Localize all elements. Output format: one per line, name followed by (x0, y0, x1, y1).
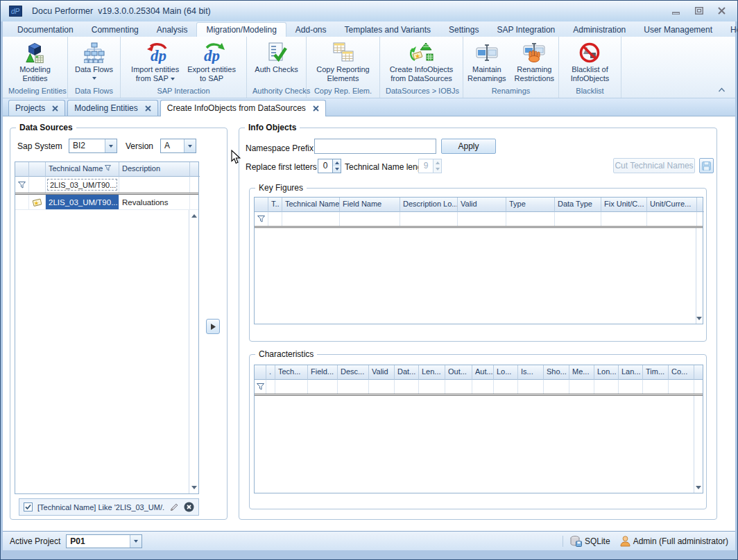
menu-tab-user-management[interactable]: User Management (635, 23, 721, 37)
filter-cell-technical-name[interactable]: 2LIS_03_UM/T90... (46, 177, 119, 193)
menu-tab-settings[interactable]: Settings (440, 23, 488, 37)
spin-down-button[interactable] (333, 166, 341, 173)
column-header[interactable]: Lan... (619, 365, 643, 380)
column-header[interactable]: Tech... (275, 365, 308, 380)
filter-cell[interactable] (395, 380, 419, 394)
technical-name-cell[interactable]: 2LIS_03_UM/T90... (46, 195, 119, 209)
column-header[interactable]: T.. (268, 198, 282, 212)
minimize-button[interactable] (671, 7, 680, 15)
column-header[interactable]: Type (506, 198, 555, 212)
scroll-down-button[interactable] (190, 484, 198, 491)
menu-tab-commenting[interactable]: Commenting (83, 23, 148, 37)
menu-tab-help[interactable]: Help (721, 23, 738, 37)
filter-cell[interactable] (340, 212, 400, 226)
auth-checks-button[interactable]: Auth Checks (250, 39, 302, 86)
active-project-combobox[interactable]: P01 (66, 534, 142, 548)
column-header[interactable]: Me... (569, 365, 594, 380)
close-tab-icon[interactable] (313, 105, 319, 112)
filter-cell[interactable] (275, 380, 308, 394)
table-row[interactable]: ★ 2LIS_03_UM/T90... Revaluations (15, 195, 198, 210)
save-button[interactable] (699, 158, 714, 173)
filter-cell[interactable] (419, 380, 445, 394)
description-cell[interactable]: Revaluations (119, 195, 190, 209)
create-infoobjects-button[interactable]: ★ Create InfoObjects from DataSources (386, 39, 458, 86)
version-combobox[interactable]: A (160, 139, 196, 153)
filter-cell[interactable] (268, 212, 282, 226)
menu-tab-documentation[interactable]: Documentation (8, 23, 83, 37)
maximize-button[interactable] (694, 7, 703, 15)
close-tab-icon[interactable] (52, 105, 58, 112)
modeling-entities-button[interactable]: Modeling Entities (15, 39, 55, 86)
menu-tab-add-ons[interactable]: Add-ons (286, 23, 336, 37)
column-header[interactable]: Tim... (643, 365, 669, 380)
column-header[interactable]: Sho... (544, 365, 569, 380)
column-header[interactable]: Desc... (338, 365, 369, 380)
dropdown-button[interactable] (130, 535, 141, 548)
dropdown-button[interactable] (105, 139, 117, 152)
doc-tab-create-infoobjects[interactable]: Create InfoObjects from DataSources (160, 100, 326, 116)
menu-tab-templates-and-variants[interactable]: Templates and Variants (336, 23, 440, 37)
column-header[interactable]: Len... (419, 365, 445, 380)
column-header[interactable]: Unit/Curre... (647, 198, 697, 212)
doc-tab-projects[interactable]: Projects (8, 100, 65, 116)
clear-filter-icon[interactable] (184, 502, 194, 512)
column-header[interactable]: Data Type (555, 198, 601, 212)
column-header[interactable]: Co... (669, 365, 694, 380)
column-header[interactable]: Aut... (472, 365, 494, 380)
close-button[interactable] (717, 7, 726, 15)
namespace-prefix-input[interactable] (314, 139, 436, 154)
column-header[interactable]: Lo... (494, 365, 518, 380)
scroll-down-button[interactable] (694, 484, 702, 491)
menu-tab-sap-integration[interactable]: SAP Integration (488, 23, 564, 37)
title-bar[interactable]: dP Docu Performer v19.3.0.0.25304 Main (… (1, 1, 737, 21)
filter-cell[interactable] (308, 380, 338, 394)
filter-cell[interactable] (619, 380, 643, 394)
column-header[interactable]: Fix Unit/C... (601, 198, 647, 212)
filter-cell[interactable] (669, 380, 694, 394)
collapse-ribbon-button[interactable] (718, 85, 726, 94)
filter-cell[interactable] (338, 380, 369, 394)
column-header[interactable]: Dat... (395, 365, 419, 380)
maintain-renamings-button[interactable]: Maintain Renamings (463, 39, 510, 86)
filter-cell[interactable] (506, 212, 555, 226)
column-header-description[interactable]: Description (119, 162, 190, 177)
filter-cell[interactable] (569, 380, 594, 394)
column-header[interactable]: Technical Name (282, 198, 340, 212)
column-header[interactable]: . (266, 365, 275, 380)
filter-cell[interactable] (445, 380, 472, 394)
column-header[interactable]: Out... (445, 365, 472, 380)
filter-cell[interactable] (601, 212, 647, 226)
scroll-up-button[interactable] (190, 212, 198, 220)
menu-tab-administration[interactable]: Administration (564, 23, 635, 37)
column-header[interactable]: Valid (458, 198, 506, 212)
column-header[interactable]: Field... (308, 365, 338, 380)
filter-cell[interactable] (29, 177, 46, 193)
apply-button[interactable]: Apply (441, 139, 496, 154)
filter-cell[interactable] (555, 212, 601, 226)
replace-first-letters-spinner[interactable]: 0 (318, 159, 341, 173)
transfer-arrow-button[interactable] (206, 319, 220, 334)
column-header[interactable]: Lon... (594, 365, 619, 380)
doc-tab-modeling-entities[interactable]: Modeling Entities (67, 100, 157, 116)
filter-cell-description[interactable] (119, 177, 190, 193)
export-entities-to-sap-button[interactable]: dp Export entities to SAP (183, 39, 240, 86)
column-header[interactable]: Is... (518, 365, 544, 380)
scroll-down-button[interactable] (695, 315, 703, 322)
close-tab-icon[interactable] (145, 105, 151, 112)
filter-cell[interactable] (643, 380, 669, 394)
filter-cell[interactable] (458, 212, 506, 226)
column-header[interactable]: Valid (369, 365, 395, 380)
filter-cell[interactable] (494, 380, 518, 394)
sap-system-combobox[interactable]: BI2 (69, 139, 117, 153)
database-status[interactable]: SQLite (570, 536, 610, 547)
menu-tab-analysis[interactable]: Analysis (148, 23, 197, 37)
column-header[interactable]: Description Lo... (400, 198, 458, 212)
blacklist-of-infoobjects-button[interactable]: Blacklist of InfoObjects (567, 39, 614, 86)
renaming-restrictions-button[interactable]: Renaming Restrictions (510, 39, 558, 86)
filter-cell[interactable] (282, 212, 340, 226)
spin-up-button[interactable] (333, 159, 341, 166)
filter-cell[interactable] (472, 380, 494, 394)
filter-cell[interactable] (594, 380, 619, 394)
filter-active-icon[interactable] (105, 165, 111, 171)
column-header-technical-name[interactable]: Technical Name (46, 162, 119, 177)
